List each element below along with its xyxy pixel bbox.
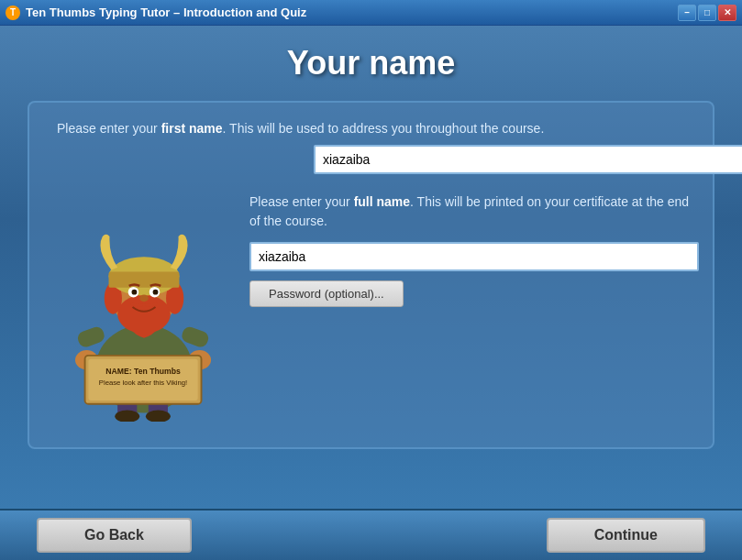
right-section: Please enter your full name. This will b… xyxy=(249,192,699,422)
footer: Go Back Continue xyxy=(0,509,742,560)
title-bar: T Ten Thumbs Typing Tutor – Introduction… xyxy=(0,0,742,26)
svg-point-25 xyxy=(139,295,149,302)
full-name-input[interactable] xyxy=(249,242,699,271)
svg-rect-20 xyxy=(109,272,180,288)
viking-character: NAME: Ten Thumbs Please look after this … xyxy=(57,192,231,422)
full-name-instruction: Please enter your full name. This will b… xyxy=(249,192,699,231)
svg-rect-7 xyxy=(76,325,106,349)
viking-image-container: NAME: Ten Thumbs Please look after this … xyxy=(57,192,231,422)
first-name-input-row xyxy=(314,145,685,174)
svg-text:NAME: Ten Thumbs: NAME: Ten Thumbs xyxy=(105,367,181,376)
full-name-bold: full name xyxy=(354,194,410,209)
content-area: Please enter your first name. This will … xyxy=(28,101,714,449)
svg-point-24 xyxy=(153,290,159,295)
svg-text:Please look after this Viking!: Please look after this Viking! xyxy=(99,379,187,387)
svg-point-23 xyxy=(132,290,138,295)
page-title: Your name xyxy=(28,44,714,82)
go-back-button[interactable]: Go Back xyxy=(37,518,192,553)
first-name-input[interactable] xyxy=(314,145,742,174)
window-title: Ten Thumbs Typing Tutor – Introduction a… xyxy=(26,5,306,19)
main-content: Your name Please enter your first name. … xyxy=(0,26,742,509)
first-name-bold: first name xyxy=(161,121,223,136)
close-button[interactable]: ✕ xyxy=(718,5,736,21)
continue-button[interactable]: Continue xyxy=(547,518,705,553)
password-button[interactable]: Password (optional)... xyxy=(249,280,404,307)
app-icon: T xyxy=(6,5,20,20)
minimize-button[interactable]: – xyxy=(678,5,696,21)
title-bar-left: T Ten Thumbs Typing Tutor – Introduction… xyxy=(6,5,306,20)
lower-section: NAME: Ten Thumbs Please look after this … xyxy=(57,192,685,422)
window-controls: – □ ✕ xyxy=(678,5,736,21)
first-name-section: Please enter your first name. This will … xyxy=(57,121,685,174)
first-name-instruction: Please enter your first name. This will … xyxy=(57,121,685,136)
restore-button[interactable]: □ xyxy=(698,5,716,21)
